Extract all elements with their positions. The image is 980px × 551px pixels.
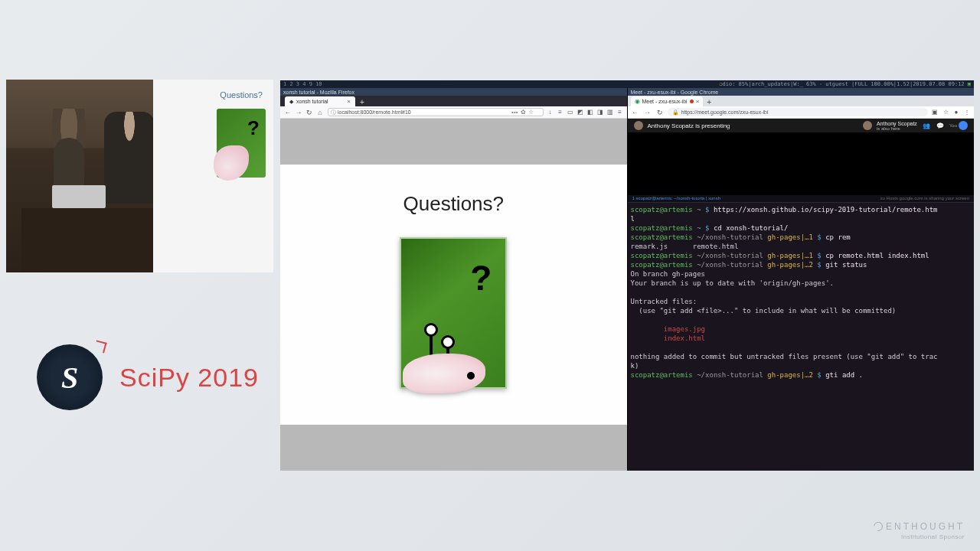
firefox-tabstrip[interactable]: ◆ xonsh tutorial × + (280, 96, 627, 106)
chrome-tab-title: Meet - zxu-esux-ibi (642, 99, 688, 104)
reader-icon[interactable]: ••• (511, 109, 518, 116)
meet-video-area (628, 132, 975, 195)
i3-workspaces[interactable]: 1 2 3 4 9 10 (283, 81, 322, 87)
projected-title: Questions? (220, 90, 263, 99)
slug-icon (214, 145, 249, 181)
chrome-menu-icon[interactable]: ⋮ (963, 109, 971, 116)
enthought-ring-icon (872, 520, 885, 533)
terminal[interactable]: scopatz@artemis ~ $ https://xonsh.github… (628, 203, 975, 471)
scipy-branding: S SciPy 2019 (37, 344, 259, 410)
participant-name: Anthony Scopatz (877, 121, 917, 126)
sidebar-icon[interactable]: ▥ (606, 109, 614, 116)
self-avatar-icon[interactable] (959, 121, 968, 130)
i3-status-bar[interactable]: 1 2 3 4 9 10 ❍dio: 85%|arch_updates|W:_ … (280, 80, 974, 88)
chrome-titlebar[interactable]: Meet - zxu-esux-ibi - Google Chrome (628, 88, 975, 96)
chat-icon[interactable]: 💬 (936, 121, 945, 130)
people-icon[interactable]: 👥 (922, 121, 931, 130)
chrome-tab-close-icon[interactable]: × (696, 98, 700, 105)
forward-button[interactable]: → (294, 108, 303, 117)
presentation-slide: Questions? (280, 165, 627, 425)
pocket-icon[interactable]: ✿ (521, 109, 526, 116)
avatar-icon[interactable]: ● (952, 109, 960, 116)
ext4-icon[interactable]: ◨ (596, 109, 604, 116)
slide-image (400, 237, 507, 389)
speakers-room (6, 80, 153, 272)
participant-sub: is also here (877, 126, 917, 131)
recording-indicator-icon (690, 99, 694, 103)
shared-desktop: 1 2 3 4 9 10 ❍dio: 85%|arch_updates|W:_ … (280, 80, 974, 471)
url-text: localhost:8000/remote.html#10 (338, 109, 411, 115)
terminal-tab-1[interactable]: 1 scopatz@artemis: ~/xonsh-tutoria | xon… (628, 195, 726, 202)
firefox-toolbar: ← → ↻ ⌂ localhost:8000/remote.html#10 ••… (280, 106, 627, 119)
laptop-1 (52, 185, 106, 208)
i3-status: ❍dio: 85%|arch_updates|W:_ 63% - utguest… (719, 81, 971, 87)
ext3-icon[interactable]: ◧ (586, 109, 594, 116)
chrome-tab-active[interactable]: ◉ Meet - zxu-esux-ibi × (631, 96, 704, 106)
star-icon[interactable]: ☆ (528, 109, 534, 116)
tab-title: xonsh tutorial (296, 99, 328, 104)
cast-icon[interactable]: ▣ (931, 109, 939, 116)
home-button[interactable]: ⌂ (315, 108, 325, 117)
you-label: You (949, 123, 957, 128)
bookmark-icon[interactable]: ☆ (942, 109, 949, 116)
chrome-toolbar: ← → ↻ 🔒 https://meet.google.com/zxu-esux… (628, 106, 975, 119)
library-icon[interactable]: ≡ (557, 109, 564, 116)
slide-heading: Questions? (403, 192, 504, 216)
chrome-back-button[interactable]: ← (631, 108, 640, 117)
chrome-window: Meet - zxu-esux-ibi - Google Chrome ◉ Me… (628, 88, 975, 471)
sponsor-subtitle: Institutional Sponsor (874, 533, 965, 540)
firefox-new-tab-button[interactable]: + (355, 98, 369, 106)
reload-button[interactable]: ↻ (305, 108, 314, 117)
firefox-titlebar[interactable]: xonsh tutorial - Mozilla Firefox (280, 88, 627, 96)
scipy-logo-icon: S (37, 344, 103, 410)
sponsor-name: ENTHOUGHT (886, 521, 965, 532)
tab-close-icon[interactable]: × (347, 98, 351, 105)
lock-icon: 🔒 (672, 109, 679, 116)
ext1-icon[interactable]: ▭ (567, 109, 574, 116)
chrome-url-text: https://meet.google.com/zxu-esux-ibi (681, 109, 769, 115)
camera-feed: Questions? (6, 80, 273, 272)
meet-favicon-icon: ◉ (635, 98, 640, 105)
sponsor-block: ENTHOUGHT Institutional Sponsor (874, 521, 965, 540)
ext2-icon[interactable]: ◩ (577, 109, 584, 116)
chrome-new-tab-button[interactable]: + (703, 98, 715, 106)
firefox-url-bar[interactable]: localhost:8000/remote.html#10 ••• ✿ ☆ (328, 108, 544, 116)
participant-avatar-icon (863, 121, 872, 130)
presenter-avatar-icon (634, 121, 643, 130)
firefox-window: xonsh tutorial - Mozilla Firefox ◆ xonsh… (280, 88, 628, 471)
firefox-tab-active[interactable]: ◆ xonsh tutorial × (285, 96, 355, 106)
terminal-tabs[interactable]: 1 scopatz@artemis: ~/xonsh-tutoria | xon… (628, 195, 975, 203)
presenting-label: Anthony Scopatz is presenting (648, 122, 730, 129)
projected-screen: Questions? (153, 80, 273, 272)
speaker-2 (104, 112, 155, 204)
scipy-logo-text: SciPy 2019 (119, 363, 259, 393)
chrome-forward-button[interactable]: → (643, 108, 652, 117)
menu-icon[interactable]: ≡ (616, 109, 624, 116)
back-button[interactable]: ← (283, 108, 292, 117)
firefox-viewport[interactable]: Questions? (280, 119, 627, 471)
chrome-reload-button[interactable]: ↻ (655, 108, 665, 117)
projected-image (217, 109, 266, 178)
downloads-icon[interactable]: ↓ (547, 109, 554, 116)
chrome-tabstrip[interactable]: ◉ Meet - zxu-esux-ibi × + (628, 96, 975, 106)
terminal-tab-meta: xu Hosts google.com is sharing your scre… (876, 195, 974, 202)
slug-illustration (403, 317, 485, 393)
tab-favicon-icon: ◆ (289, 99, 293, 105)
meet-header: Anthony Scopatz is presenting Anthony Sc… (628, 119, 975, 132)
chrome-omnibox[interactable]: 🔒 https://meet.google.com/zxu-esux-ibi (668, 108, 929, 116)
